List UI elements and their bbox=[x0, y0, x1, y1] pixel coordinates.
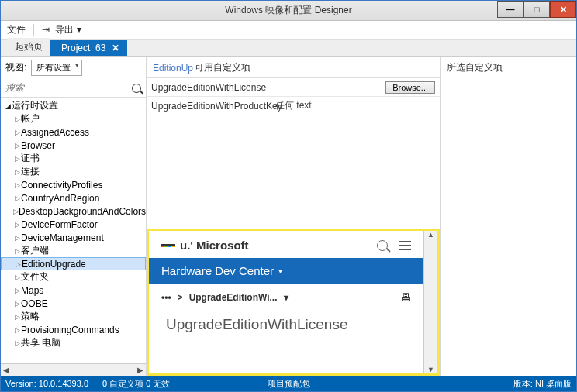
tab-project-label: Project_63 bbox=[61, 43, 105, 53]
tree-item--[interactable]: ▷共享 电脑 bbox=[1, 336, 146, 349]
tree-item--[interactable]: ▷客户端 bbox=[1, 244, 146, 257]
settings-tree: ◢运行时设置 ▷帐户▷AssignedAccess▷Browser▷证书▷连接▷… bbox=[1, 98, 146, 363]
tree-item-label: 策略 bbox=[21, 310, 40, 323]
tree-item--[interactable]: ▷帐户 bbox=[1, 112, 146, 126]
tree-item-label: DesktopBackgroundAndColors bbox=[19, 206, 146, 217]
microsoft-flag-icon bbox=[161, 244, 175, 247]
tree-item-desktopbackgroundandcolors[interactable]: ▷DesktopBackgroundAndColors bbox=[1, 205, 146, 218]
menu-file[interactable]: 文件 bbox=[7, 23, 26, 36]
expand-arrow-icon: ▷ bbox=[13, 339, 21, 347]
tree-item-oobe[interactable]: ▷OOBE bbox=[1, 297, 146, 310]
expand-arrow-icon: ▷ bbox=[13, 234, 21, 242]
search-input[interactable] bbox=[5, 81, 129, 95]
expand-arrow-icon: ▷ bbox=[13, 115, 21, 123]
tree-item-editionupgrade[interactable]: ▷EditionUpgrade bbox=[1, 257, 146, 270]
tree-item-label: EditionUpgrade bbox=[22, 259, 86, 270]
right-panel: 所选自定义项 bbox=[441, 57, 576, 376]
tree-item-label: AssignedAccess bbox=[21, 127, 89, 138]
doc-search-icon[interactable] bbox=[377, 240, 388, 251]
expand-arrow-icon: ▷ bbox=[13, 129, 21, 136]
tree-root-label: 运行时设置 bbox=[12, 99, 58, 112]
tree-item-browser[interactable]: ▷Browser bbox=[1, 139, 146, 152]
hamburger-icon[interactable] bbox=[399, 241, 411, 250]
expand-arrow-icon: ▷ bbox=[13, 221, 21, 229]
window-title: Windows 映像和配置 Designer bbox=[225, 4, 351, 17]
tree-item-label: 连接 bbox=[21, 165, 40, 178]
chevron-down-icon: ▾ bbox=[77, 24, 81, 35]
table-row[interactable]: UpgradeEditionWithLicense Browse... bbox=[147, 78, 440, 97]
tree-item-label: DeviceFormFactor bbox=[21, 219, 98, 230]
middle-panel: EditionUp 可用自定义项 UpgradeEditionWithLicen… bbox=[147, 57, 441, 376]
expand-arrow-icon: ▷ bbox=[13, 181, 21, 189]
bc-ellipsis[interactable]: ••• bbox=[161, 292, 171, 303]
app-icon bbox=[5, 5, 18, 17]
tree-item-label: CountryAndRegion bbox=[21, 193, 99, 204]
available-customizations-label: 可用自定义项 bbox=[195, 61, 250, 74]
tree-item-connectivityprofiles[interactable]: ▷ConnectivityProfiles bbox=[1, 178, 146, 191]
bc-item[interactable]: UpgradeEditionWi... bbox=[189, 292, 278, 303]
tree-item-deviceformfactor[interactable]: ▷DeviceFormFactor bbox=[1, 218, 146, 231]
tabbar: 起始页 Project_63 ✕ bbox=[1, 40, 576, 57]
microsoft-label: u.' Microsoft bbox=[180, 239, 249, 252]
expand-arrow-icon: ▷ bbox=[13, 326, 21, 334]
tree-item-label: DeviceManagement bbox=[21, 232, 104, 243]
titlebar: Windows 映像和配置 Designer — □ ✕ bbox=[1, 1, 576, 21]
tree-item--[interactable]: ▷连接 bbox=[1, 165, 146, 178]
print-icon[interactable]: 🖶 bbox=[400, 291, 411, 304]
tree-item-devicemanagement[interactable]: ▷DeviceManagement bbox=[1, 231, 146, 244]
tree-item-label: 共享 电脑 bbox=[21, 336, 60, 349]
bc-sep: > bbox=[178, 292, 183, 303]
doc-breadcrumb: ••• > UpgradeEditionWi... ▾ 🖶 bbox=[149, 284, 423, 311]
doc-bluebar[interactable]: Hardware Dev Center ▾ bbox=[149, 258, 423, 284]
export-icon: ⇥ bbox=[42, 24, 53, 35]
expand-arrow-icon: ▷ bbox=[13, 155, 21, 163]
search-icon[interactable] bbox=[132, 84, 141, 93]
tree-item-label: ConnectivityProfiles bbox=[21, 180, 102, 191]
horizontal-scrollbar[interactable]: ◀▶ bbox=[1, 363, 146, 376]
close-button[interactable]: ✕ bbox=[550, 1, 576, 18]
status-edition: 版本: NI 桌面版 bbox=[513, 378, 572, 390]
chevron-down-icon: ▾ bbox=[278, 266, 282, 275]
menu-export-label: 导出 bbox=[55, 24, 74, 35]
chevron-down-icon[interactable]: ▾ bbox=[284, 292, 288, 303]
tree-item--[interactable]: ▷证书 bbox=[1, 152, 146, 165]
tree-item-countryandregion[interactable]: ▷CountryAndRegion bbox=[1, 191, 146, 205]
table-row[interactable]: UpgradeEditionWithProductKey 任何 text bbox=[147, 97, 440, 115]
menu-export[interactable]: ⇥ 导出 ▾ bbox=[42, 23, 81, 36]
tree-item-label: ProvisioningCommands bbox=[21, 325, 119, 335]
status-count: 0 自定义项 0 无效 bbox=[102, 378, 170, 390]
microsoft-logo[interactable]: u.' Microsoft bbox=[161, 239, 249, 252]
view-dropdown[interactable]: 所有设置 bbox=[31, 60, 82, 76]
minimize-button[interactable]: — bbox=[497, 1, 523, 18]
tree-item-label: 帐户 bbox=[21, 112, 40, 126]
view-label: 视图: bbox=[5, 61, 26, 74]
doc-blue-title: Hardware Dev Center bbox=[161, 264, 274, 277]
expand-arrow-icon: ▷ bbox=[13, 247, 21, 255]
expand-arrow-icon: ▷ bbox=[13, 208, 19, 215]
menu-separator bbox=[33, 24, 34, 36]
tree-item--[interactable]: ▷策略 bbox=[1, 310, 146, 323]
row2-value: 任何 text bbox=[275, 99, 390, 112]
tab-close-icon[interactable]: ✕ bbox=[112, 43, 119, 53]
tree-item--[interactable]: ▷文件夹 bbox=[1, 270, 146, 284]
doc-heading: UpgradeEditionWithLicense bbox=[149, 311, 423, 338]
browse-button[interactable]: Browse... bbox=[385, 81, 435, 94]
expand-arrow-icon: ▷ bbox=[13, 313, 21, 321]
tree-item-assignedaccess[interactable]: ▷AssignedAccess bbox=[1, 126, 146, 139]
tab-project[interactable]: Project_63 ✕ bbox=[50, 40, 127, 56]
tree-item-maps[interactable]: ▷Maps bbox=[1, 284, 146, 297]
tree-root[interactable]: ◢运行时设置 bbox=[1, 99, 146, 112]
row1-name: UpgradeEditionWithLicense bbox=[147, 82, 275, 93]
tree-item-label: OOBE bbox=[21, 298, 48, 309]
status-version: Version: 10.0.14393.0 bbox=[5, 379, 88, 388]
status-project: 项目预配包 bbox=[268, 378, 310, 390]
expand-arrow-icon: ▷ bbox=[13, 287, 21, 294]
breadcrumb-edition[interactable]: EditionUp bbox=[153, 63, 193, 74]
maximize-button[interactable]: □ bbox=[523, 1, 550, 18]
expand-arrow-icon: ▷ bbox=[13, 273, 21, 281]
selected-customizations-label: 所选自定义项 bbox=[447, 61, 570, 74]
documentation-pane: u.' Microsoft Hardware Dev Center ▾ ••• … bbox=[147, 229, 440, 376]
tab-start[interactable]: 起始页 bbox=[7, 38, 50, 56]
tree-item-provisioningcommands[interactable]: ▷ProvisioningCommands bbox=[1, 323, 146, 336]
doc-scrollbar[interactable]: ▲▼ bbox=[423, 231, 437, 373]
